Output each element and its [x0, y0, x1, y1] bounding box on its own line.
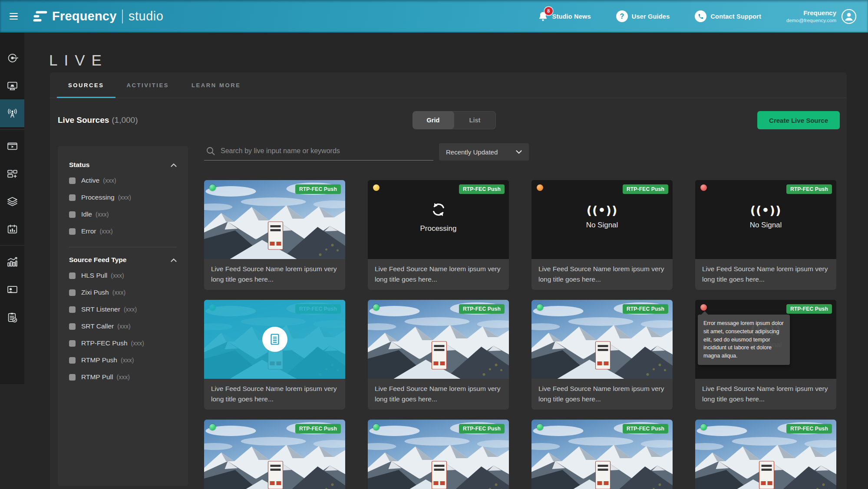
card-thumbnail: ((•))No SignalRTP-FEC PushError message … — [695, 300, 836, 379]
filter-option-count: (xxx) — [96, 211, 109, 218]
heading-label: Live Sources — [58, 115, 109, 125]
checkbox-icon[interactable] — [69, 306, 76, 313]
hamburger-menu-icon[interactable] — [0, 13, 27, 20]
filter-option-count: (xxx) — [124, 306, 137, 313]
sidebar-item-analytics[interactable] — [0, 248, 24, 276]
filter-option-count: (xxx) — [131, 340, 144, 347]
grid-view-button[interactable]: Grid — [413, 111, 454, 129]
card-thumbnail: RTP-FEC Push — [531, 300, 673, 379]
live-source-card[interactable]: RTP-FEC Push — [204, 420, 345, 489]
feed-type-badge: RTP-FEC Push — [459, 304, 505, 314]
no-signal-icon: ((•)) — [587, 203, 618, 217]
feed-type-badge: RTP-FEC Push — [786, 304, 832, 314]
card-title-bar: Live Feed Source Name lorem ipsum very l… — [695, 379, 836, 410]
filter-option-processing[interactable]: Processing(xxx) — [69, 192, 177, 203]
live-source-card[interactable]: RTP-FEC Push — [695, 420, 836, 489]
filter-option-active[interactable]: Active(xxx) — [69, 175, 177, 186]
live-source-card[interactable]: ((•))No SignalRTP-FEC PushLive Feed Sour… — [695, 180, 836, 290]
live-source-card[interactable]: ((•))No SignalRTP-FEC PushLive Feed Sour… — [531, 180, 673, 290]
filter-option-label: RTP-FEC Push — [81, 339, 128, 347]
live-source-card[interactable]: ProcessingRTP-FEC PushLive Feed Source N… — [368, 180, 509, 290]
phone-icon — [695, 10, 706, 22]
card-state-label: Processing — [420, 224, 456, 233]
filter-option-count: (xxx) — [111, 272, 124, 279]
live-source-card[interactable]: RTP-FEC PushLive Feed Source Name lorem … — [368, 300, 509, 410]
feed-type-badge: RTP-FEC Push — [295, 424, 341, 433]
filter-option-srt-listener[interactable]: SRT Listener(xxx) — [69, 304, 177, 315]
sidebar-item-encoders[interactable] — [0, 72, 24, 99]
checkbox-icon[interactable] — [69, 357, 76, 364]
filter-option-rtmp-pull[interactable]: RTMP Pull(xxx) — [69, 372, 177, 382]
clipboard-check-icon — [7, 312, 18, 323]
filter-section-title: Source Feed Type — [69, 256, 126, 264]
page-title: LIVE — [49, 52, 108, 69]
filter-option-count: (xxx) — [117, 323, 130, 330]
filter-option-label: Idle — [81, 210, 92, 218]
checkbox-icon[interactable] — [69, 340, 76, 347]
sidebar-item-live[interactable] — [0, 99, 24, 127]
filter-option-count: (xxx) — [121, 357, 134, 364]
sidebar-item-presenters[interactable] — [0, 276, 24, 303]
live-source-card[interactable]: ((•))No SignalRTP-FEC PushError message … — [695, 300, 836, 410]
filter-option-error[interactable]: Error(xxx) — [69, 226, 177, 236]
live-source-card[interactable]: RTP-FEC PushLive Feed Source Name lorem … — [204, 180, 345, 290]
card-thumbnail: RTP-FEC Push — [695, 420, 836, 489]
sidebar-item-reports[interactable] — [0, 303, 24, 331]
sidebar-item-collections[interactable] — [0, 160, 24, 187]
status-dot-active — [209, 424, 216, 430]
search-input[interactable] — [220, 147, 433, 157]
live-source-card[interactable]: RTP-FEC PushLive Feed Source Name lorem … — [531, 300, 673, 410]
live-source-card[interactable]: RTP-FEC Push — [531, 420, 673, 489]
filter-option-srt-caller[interactable]: SRT Caller(xxx) — [69, 321, 177, 331]
list-view-button[interactable]: List — [454, 111, 496, 129]
checkbox-icon[interactable] — [69, 323, 76, 330]
filter-option-rtp-fec-push[interactable]: RTP-FEC Push(xxx) — [69, 338, 177, 348]
filter-section-source-feed-type[interactable]: Source Feed Type — [69, 256, 177, 264]
tab-sources[interactable]: SOURCES — [68, 72, 104, 98]
card-thumbnail: RTP-FEC Push — [204, 180, 345, 259]
nav-contact-support[interactable]: Contact Support — [695, 10, 761, 22]
sidebar-item-playlists[interactable] — [0, 187, 24, 215]
checkbox-icon[interactable] — [69, 211, 76, 218]
brand-logo[interactable]: Frequency studio — [32, 9, 163, 23]
sidebar-item-media[interactable] — [0, 132, 24, 160]
feed-type-badge: RTP-FEC Push — [295, 184, 341, 194]
filter-section-title: Status — [69, 161, 89, 169]
live-source-card[interactable]: RTP-FEC PushLive Feed Source Name lorem … — [204, 300, 345, 410]
sidebar-item-schedule[interactable] — [0, 215, 24, 243]
filter-option-idle[interactable]: Idle(xxx) — [69, 209, 177, 220]
nav-user-guides[interactable]: ?User Guides — [616, 10, 670, 22]
sort-dropdown[interactable]: Recently Updated — [439, 143, 529, 161]
create-live-source-button[interactable]: Create Live Source — [757, 111, 840, 129]
filter-section-status[interactable]: Status — [69, 161, 177, 169]
feed-type-badge: RTP-FEC Push — [786, 424, 832, 433]
checkbox-icon[interactable] — [69, 272, 76, 279]
question-icon: ? — [616, 10, 628, 22]
card-thumbnail: RTP-FEC Push — [531, 420, 673, 489]
checkbox-icon[interactable] — [69, 177, 76, 184]
hover-overlay — [204, 300, 345, 379]
tab-activities[interactable]: ACTIVITIES — [127, 72, 169, 98]
encoder-icon — [7, 80, 18, 92]
card-title: Live Feed Source Name lorem ipsum very l… — [211, 264, 338, 285]
live-source-card[interactable]: RTP-FEC Push — [368, 420, 509, 489]
rail-divider — [0, 129, 24, 130]
checkbox-icon[interactable] — [69, 228, 76, 235]
checkbox-icon[interactable] — [69, 289, 76, 296]
filter-option-hls-pull[interactable]: HLS Pull(xxx) — [69, 270, 177, 281]
nav-label: Studio News — [552, 13, 591, 20]
brand-name: Frequency — [52, 9, 116, 23]
nav-studio-news[interactable]: 8Studio News — [538, 11, 591, 22]
search-box — [204, 143, 433, 161]
checkbox-icon[interactable] — [69, 194, 76, 201]
card-thumbnail: ((•))No SignalRTP-FEC Push — [531, 180, 673, 259]
tab-learn-more[interactable]: LEARN MORE — [191, 72, 241, 98]
live-sources-grid: RTP-FEC PushLive Feed Source Name lorem … — [204, 180, 836, 489]
filter-option-rtmp-push[interactable]: RTMP Push(xxx) — [69, 355, 177, 365]
view-details-icon[interactable] — [262, 327, 287, 352]
account-menu[interactable]: Frequency demo@frequency.com — [786, 9, 857, 24]
filter-option-zixi-push[interactable]: Zixi Push(xxx) — [69, 287, 177, 298]
feed-type-badge: RTP-FEC Push — [623, 184, 668, 194]
checkbox-icon[interactable] — [69, 374, 76, 381]
sidebar-item-dashboard[interactable] — [0, 44, 24, 72]
